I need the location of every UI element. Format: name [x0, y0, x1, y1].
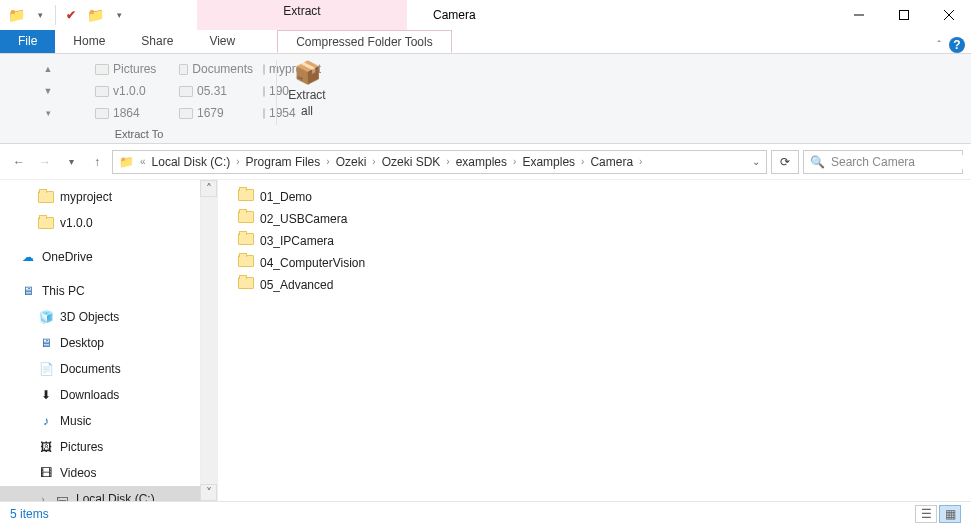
minimize-button[interactable] [836, 0, 881, 29]
close-icon [944, 10, 954, 20]
window-title: Camera [407, 0, 836, 30]
qat-customize[interactable]: ▾ [108, 4, 130, 26]
refresh-button[interactable]: ⟳ [771, 150, 799, 174]
ribbon-group-label: Extract To [6, 128, 272, 140]
breadcrumb-segment[interactable]: Camera› [586, 155, 644, 169]
chevron-right-icon[interactable]: › [234, 156, 241, 167]
tree-label: v1.0.0 [60, 216, 93, 230]
chevron-right-icon[interactable]: › [370, 156, 377, 167]
tree-videos[interactable]: 🎞Videos [0, 460, 217, 486]
tree-scroll-down[interactable]: ˅ [200, 484, 217, 501]
chevron-right-icon[interactable]: › [579, 156, 586, 167]
help-button[interactable]: ? [949, 37, 965, 53]
qat-properties[interactable]: ✔ [60, 4, 82, 26]
this-pc-icon: 🖥 [20, 283, 36, 299]
tree-downloads[interactable]: ⬇Downloads [0, 382, 217, 408]
extract-dest-1954[interactable]: 1954 [258, 102, 272, 124]
tree-onedrive[interactable]: ☁OneDrive [0, 244, 217, 270]
help-icon: ? [953, 38, 960, 52]
extract-dest-1864[interactable]: 1864 [90, 102, 174, 124]
breadcrumb-overflow[interactable]: « [138, 156, 148, 167]
recent-locations-button[interactable]: ▾ [60, 151, 82, 173]
tree-this-pc[interactable]: 🖥This PC [0, 278, 217, 304]
forward-button[interactable]: → [34, 151, 56, 173]
dest-label: 1679 [197, 106, 224, 120]
maximize-button[interactable] [881, 0, 926, 29]
chevron-right-icon[interactable]: › [511, 156, 518, 167]
folder-icon [38, 215, 54, 231]
extract-dest-pictures[interactable]: Pictures [90, 58, 174, 80]
breadcrumb-root[interactable]: 📁 [115, 155, 138, 169]
close-button[interactable] [926, 0, 971, 29]
breadcrumb-segment[interactable]: Ozeki› [332, 155, 378, 169]
tab-share[interactable]: Share [123, 30, 191, 53]
address-dropdown[interactable]: ⌄ [748, 156, 764, 167]
tree-scrollbar[interactable] [200, 197, 217, 484]
file-name: 05_Advanced [260, 278, 333, 292]
up-button[interactable]: ↑ [86, 151, 108, 173]
navigation-pane: ˄ ˅ myproject v1.0.0 ☁OneDrive 🖥This PC … [0, 180, 218, 501]
desktop-icon: 🖥 [38, 335, 54, 351]
extract-dest-0531[interactable]: 05.31 [174, 80, 258, 102]
folder-icon [238, 277, 254, 293]
breadcrumb-segment[interactable]: examples› [452, 155, 519, 169]
view-large-icons-button[interactable]: ▦ [939, 505, 961, 523]
breadcrumb-label: Ozeki SDK [378, 155, 445, 169]
folder-icon: 📁 [119, 155, 134, 169]
tree-3d-objects[interactable]: 🧊3D Objects [0, 304, 217, 330]
tree-label: This PC [42, 284, 85, 298]
breadcrumb-label: Examples [518, 155, 579, 169]
chevron-right-icon[interactable]: › [637, 156, 644, 167]
tree-pinned-item[interactable]: v1.0.0 [0, 210, 217, 236]
file-item[interactable]: 05_Advanced [222, 274, 967, 296]
tab-home[interactable]: Home [55, 30, 123, 53]
breadcrumb-segment[interactable]: Local Disk (C:)› [148, 155, 242, 169]
breadcrumb-segment[interactable]: Examples› [518, 155, 586, 169]
app-icon[interactable]: 📁 [5, 4, 27, 26]
search-box[interactable]: 🔍 [803, 150, 963, 174]
ribbon-separator [276, 60, 277, 125]
folder-icon [263, 64, 265, 75]
status-bar: 5 items ☰ ▦ [0, 501, 971, 525]
collapse-ribbon-button[interactable]: ˆ [937, 39, 941, 51]
back-button[interactable]: ← [8, 151, 30, 173]
breadcrumb-segment[interactable]: Program Files› [242, 155, 332, 169]
qat-new-folder[interactable]: 📁 [84, 4, 106, 26]
tree-scroll-up[interactable]: ˄ [200, 180, 217, 197]
expand-icon[interactable]: › [38, 494, 48, 502]
chevron-right-icon[interactable]: › [444, 156, 451, 167]
address-bar[interactable]: 📁 « Local Disk (C:)› Program Files› Ozek… [112, 150, 767, 174]
search-input[interactable] [831, 155, 971, 169]
tree-music[interactable]: ♪Music [0, 408, 217, 434]
ribbon: Pictures Documents myproject ▲▼▾ v1.0.0 … [0, 54, 971, 144]
extract-dest-myproject[interactable]: myproject [258, 58, 272, 80]
file-item[interactable]: 03_IPCamera [222, 230, 967, 252]
extract-all-label-1: Extract [288, 88, 325, 102]
tree-desktop[interactable]: 🖥Desktop [0, 330, 217, 356]
folder-icon [95, 108, 109, 119]
tree-pictures[interactable]: 🖼Pictures [0, 434, 217, 460]
extract-dest-190[interactable]: 190 [258, 80, 272, 102]
tab-view[interactable]: View [191, 30, 253, 53]
extract-dest-v100[interactable]: v1.0.0 [90, 80, 174, 102]
tree-pinned-item[interactable]: myproject [0, 184, 217, 210]
file-item[interactable]: 02_USBCamera [222, 208, 967, 230]
extract-dest-documents[interactable]: Documents [174, 58, 258, 80]
view-details-button[interactable]: ☰ [915, 505, 937, 523]
tree-documents[interactable]: 📄Documents [0, 356, 217, 382]
qat-dropdown[interactable]: ▾ [29, 4, 51, 26]
chevron-up-icon: ˄ [206, 182, 212, 196]
music-icon: ♪ [38, 413, 54, 429]
tree-local-disk-c[interactable]: ›🖴Local Disk (C:) [0, 486, 217, 501]
item-count: 5 items [10, 507, 49, 521]
extract-gallery-scroll[interactable]: ▲▼▾ [6, 58, 90, 124]
chevron-right-icon[interactable]: › [324, 156, 331, 167]
folder-icon [95, 64, 109, 75]
tab-file[interactable]: File [0, 30, 55, 53]
file-item[interactable]: 01_Demo [222, 186, 967, 208]
extract-dest-1679[interactable]: 1679 [174, 102, 258, 124]
breadcrumb-segment[interactable]: Ozeki SDK› [378, 155, 452, 169]
extract-all-button[interactable]: 📦 Extract all [281, 58, 333, 143]
file-item[interactable]: 04_ComputerVision [222, 252, 967, 274]
tab-compressed-folder-tools[interactable]: Compressed Folder Tools [277, 30, 452, 53]
